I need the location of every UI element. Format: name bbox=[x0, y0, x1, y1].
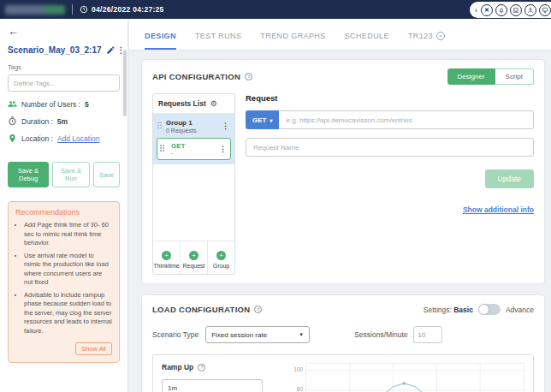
left-sidebar: ← Scenario_May_03_2:17 ⋮ Tags Number of … bbox=[0, 19, 128, 392]
request-url-input[interactable] bbox=[279, 110, 534, 129]
scenario-type-label: Scenario Type bbox=[152, 330, 198, 339]
request-menu-kebab[interactable]: ⋮ bbox=[218, 145, 228, 153]
users-label: Number of Users : bbox=[21, 100, 80, 109]
tab-tr123[interactable]: TR123 ✕ bbox=[408, 32, 445, 50]
save-run-button[interactable]: Save & Run bbox=[52, 162, 90, 187]
clock-icon bbox=[80, 5, 88, 14]
y-tick: 100 bbox=[293, 366, 303, 372]
save-button[interactable]: Save bbox=[93, 162, 120, 187]
users-icon bbox=[8, 99, 17, 109]
help-icon[interactable]: ? bbox=[245, 73, 252, 80]
caret-down-icon: ▼ bbox=[299, 332, 304, 337]
sessions-per-minute-input[interactable] bbox=[413, 326, 442, 343]
collapse-chevron-icon[interactable]: ‹ bbox=[475, 6, 477, 15]
ramp-up-input[interactable] bbox=[162, 379, 263, 392]
recommendations-title: Recommendations bbox=[15, 208, 112, 217]
y-tick: 80 bbox=[297, 386, 303, 392]
add-group-button[interactable]: + Group bbox=[208, 241, 234, 274]
drag-handle-icon[interactable] bbox=[160, 145, 165, 152]
tab-design[interactable]: DESIGN bbox=[145, 32, 176, 50]
add-location-link[interactable]: Add Location bbox=[57, 134, 100, 143]
edit-pencil-icon[interactable] bbox=[106, 45, 116, 55]
tags-label: Tags bbox=[8, 63, 120, 71]
plus-icon: + bbox=[189, 251, 198, 260]
recommendations-panel: Recommendations Add Page think time of 3… bbox=[8, 201, 120, 363]
close-icon[interactable]: ✕ bbox=[481, 4, 493, 16]
tab-strip: DESIGN TEST RUNS TREND GRAPHS SCHEDULE T… bbox=[129, 19, 551, 50]
tab-test-runs[interactable]: TEST RUNS bbox=[195, 32, 241, 50]
designer-mode-button[interactable]: Designer bbox=[447, 68, 495, 85]
show-additional-info-link[interactable]: Show additional info bbox=[463, 205, 534, 214]
sessions-per-minute-label: Sessions/Minute bbox=[354, 330, 407, 339]
ramp-up-panel: Ramp Up ? 100 80 bbox=[152, 354, 534, 392]
tab-close-icon[interactable]: ✕ bbox=[436, 32, 445, 40]
load-configuration-card: LOAD CONFIGURATION ? Settings: Basic Adv… bbox=[141, 294, 545, 392]
caret-down-icon: ▾ bbox=[270, 117, 272, 123]
requests-list-panel: Requests List ⚙ Group 1 0 Requests ⋮ bbox=[152, 93, 235, 275]
chart-plot-area bbox=[305, 363, 524, 392]
request-method: GET bbox=[171, 142, 185, 151]
load-configuration-title: LOAD CONFIGURATION bbox=[152, 305, 250, 314]
requests-list-title: Requests List bbox=[158, 99, 206, 108]
request-name-input[interactable] bbox=[246, 138, 534, 157]
duration-icon bbox=[8, 116, 17, 126]
location-pin-icon bbox=[8, 134, 17, 143]
tags-input[interactable] bbox=[8, 74, 120, 92]
gear-icon[interactable]: ⚙ bbox=[210, 100, 217, 108]
plus-icon: + bbox=[162, 251, 171, 260]
group-container: Group 1 0 Requests ⋮ GET - ⋮ bbox=[153, 114, 234, 164]
api-configuration-card: API CONFIGURATION ? Designer Script Requ… bbox=[141, 59, 545, 284]
topbar-divider bbox=[72, 4, 73, 15]
script-mode-button[interactable]: Script bbox=[495, 68, 534, 85]
help-icon[interactable]: ? bbox=[254, 306, 262, 313]
tab-trend-graphs[interactable]: TREND GRAPHS bbox=[260, 32, 325, 50]
request-detail-panel: Request GET ▾ Update Show additional inf… bbox=[246, 93, 534, 275]
basic-label: Basic bbox=[453, 306, 473, 314]
advance-label: Advance bbox=[506, 306, 534, 314]
notifications-bell-icon[interactable] bbox=[495, 4, 507, 16]
request-list-item[interactable]: GET - ⋮ bbox=[157, 138, 231, 161]
sidebar-scrollbar[interactable] bbox=[123, 50, 127, 116]
profile-icon[interactable] bbox=[524, 4, 536, 16]
recommendation-item: Add Page think time of 30- 60 sec to mim… bbox=[24, 221, 112, 248]
request-panel-title: Request bbox=[246, 93, 534, 103]
tab-schedule[interactable]: SCHEDULE bbox=[345, 32, 389, 50]
quick-actions-pill: ‹ ✕ bbox=[470, 2, 551, 18]
add-items-footer: + Thinktime + Request + Group bbox=[153, 241, 234, 274]
group-menu-kebab[interactable]: ⋮ bbox=[221, 122, 230, 130]
drag-handle-icon[interactable] bbox=[157, 122, 163, 130]
basic-advance-toggle[interactable] bbox=[478, 304, 501, 315]
scenario-title: Scenario_May_03_2:17 bbox=[8, 45, 102, 55]
method-dropdown[interactable]: GET ▾ bbox=[246, 110, 279, 129]
save-debug-button[interactable]: Save & Debug bbox=[8, 162, 49, 187]
update-button[interactable]: Update bbox=[485, 169, 534, 188]
settings-label: Settings: Basic bbox=[424, 306, 473, 314]
chart-gridlines bbox=[306, 364, 524, 392]
recommendation-item: Use arrival rate model to mimic the prod… bbox=[24, 252, 112, 288]
main-content: DESIGN TEST RUNS TREND GRAPHS SCHEDULE T… bbox=[129, 19, 551, 392]
ramp-chart: 100 80 bbox=[292, 363, 524, 392]
help-icon[interactable]: ? bbox=[198, 364, 205, 371]
current-datetime: 04/26/2022 04:27:25 bbox=[80, 5, 164, 14]
group-request-count: 0 Requests bbox=[166, 128, 196, 134]
add-thinktime-button[interactable]: + Thinktime bbox=[153, 241, 181, 274]
laptop-icon[interactable] bbox=[510, 4, 522, 16]
show-all-button[interactable]: Show All bbox=[75, 342, 112, 355]
app-logo bbox=[5, 5, 65, 15]
chart-y-axis: 100 80 bbox=[292, 363, 305, 392]
api-configuration-title: API CONFIGURATION bbox=[152, 72, 240, 81]
duration-label: Duration : bbox=[21, 117, 53, 126]
group-name: Group 1 bbox=[166, 119, 196, 128]
location-label: Location : bbox=[21, 134, 53, 143]
monitor-icon[interactable] bbox=[539, 4, 551, 16]
group-list-item[interactable]: Group 1 0 Requests ⋮ bbox=[157, 117, 231, 138]
users-value: 5 bbox=[85, 100, 89, 109]
top-bar: 04/26/2022 04:27:25 ‹ ✕ bbox=[0, 0, 551, 19]
duration-value: 5m bbox=[57, 117, 68, 126]
recommendations-list: Add Page think time of 30- 60 sec to mim… bbox=[24, 221, 112, 336]
ramp-up-label: Ramp Up bbox=[162, 363, 193, 371]
scenario-type-select[interactable]: Fixed session rate ▼ bbox=[205, 326, 310, 343]
recommendation-item: Advisable to include rampup phase becaus… bbox=[24, 291, 112, 336]
add-request-button[interactable]: + Request bbox=[181, 241, 208, 274]
back-button[interactable]: ← bbox=[8, 26, 120, 37]
